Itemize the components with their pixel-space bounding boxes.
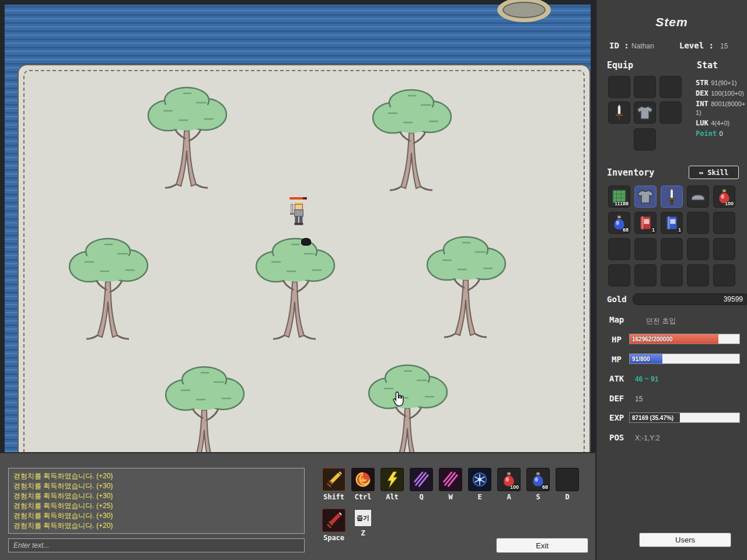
inventory-slot[interactable]: 11188 xyxy=(608,186,630,208)
inventory-slot[interactable] xyxy=(634,238,657,260)
hp-bar: 162962/200000 xyxy=(629,334,740,344)
inventory-slot[interactable] xyxy=(634,264,657,286)
stat-value: 91(90+1) xyxy=(711,79,736,86)
inventory-slot[interactable] xyxy=(608,264,630,286)
inventory-slot[interactable]: 1 xyxy=(634,212,657,234)
hotkey-label: Shift xyxy=(323,493,344,501)
mp-label: MP xyxy=(612,355,622,364)
island-center xyxy=(502,2,546,18)
hotbar-slot-d[interactable] xyxy=(556,468,579,491)
point-value: 0 xyxy=(720,130,723,137)
equip-slot[interactable] xyxy=(608,76,630,98)
equip-slot[interactable] xyxy=(659,76,682,98)
inventory-slot[interactable] xyxy=(713,264,735,286)
hotkey-label: W xyxy=(448,493,452,501)
hotbar-slot-e[interactable] xyxy=(468,468,491,491)
mp-bar: 91/800 xyxy=(629,354,740,364)
pickup-icon[interactable]: 줍기 xyxy=(354,509,372,527)
stat-name: STR xyxy=(696,79,708,87)
atk-value: 46 ~ 91 xyxy=(635,375,658,383)
skill-toggle-button[interactable]: ↔ Skill xyxy=(689,166,739,179)
exit-button[interactable]: Exit xyxy=(496,538,588,553)
hp-label: HP xyxy=(612,335,622,344)
inventory-slot[interactable] xyxy=(661,238,683,260)
hotkey-label: Space xyxy=(323,534,344,542)
inventory-slot[interactable] xyxy=(713,238,735,260)
exp-value: 87169 (35.47%) xyxy=(632,415,673,421)
flame-sword-skill-icon xyxy=(325,471,343,488)
tree xyxy=(425,235,507,340)
inventory-slot[interactable] xyxy=(608,238,630,260)
player-level: 15 xyxy=(720,42,728,50)
inventory-slot[interactable] xyxy=(687,212,709,234)
atk-label: ATK xyxy=(609,374,624,383)
hotbar-slot-s[interactable]: 68 xyxy=(526,468,550,491)
hotbar-slot-alt[interactable] xyxy=(381,468,404,491)
hotbar-slot-space[interactable] xyxy=(322,509,345,532)
inventory-slot[interactable]: 68 xyxy=(608,212,630,234)
chat-message: 경험치를 획득하였습니다. (+25) xyxy=(13,501,299,511)
inventory-slot[interactable] xyxy=(687,264,709,286)
inventory-slot[interactable] xyxy=(713,212,735,234)
inventory-slot[interactable]: 1 xyxy=(661,212,683,234)
fire-swirl-skill-icon xyxy=(354,471,372,488)
gold-label: Gold xyxy=(607,295,627,304)
inventory-slot[interactable] xyxy=(634,186,657,208)
inventory-slot[interactable] xyxy=(687,186,709,208)
hotkey-label: Z xyxy=(361,529,365,537)
exp-bar: 87169 (35.47%) xyxy=(629,412,740,423)
dropped-item[interactable] xyxy=(301,238,311,246)
player-sprite xyxy=(290,202,306,228)
chat-message: 경험치를 획득하였습니다. (+20) xyxy=(13,521,299,531)
hotkey-label: E xyxy=(477,493,481,501)
hotbar-slot-shift[interactable] xyxy=(322,468,345,491)
red-book-item-icon xyxy=(638,215,653,230)
hotbar-slot-w[interactable] xyxy=(439,468,462,491)
inventory-slot[interactable] xyxy=(661,264,683,286)
hotbar-slot-q[interactable] xyxy=(410,468,433,491)
hotbar-slot-ctrl[interactable] xyxy=(351,468,375,491)
chat-input[interactable] xyxy=(8,538,305,552)
player-character xyxy=(288,197,308,239)
hotbar-row-2: Space 줍기 Z xyxy=(322,509,375,542)
equip-slot[interactable] xyxy=(634,128,656,150)
chat-message: 경험치를 획득하였습니다. (+30) xyxy=(13,481,299,491)
sword-item-icon xyxy=(667,188,676,205)
stat-value: 100(100+0) xyxy=(711,90,744,97)
point-label: Point xyxy=(696,130,717,138)
equip-slot[interactable] xyxy=(659,102,682,124)
cursor-pointer-icon xyxy=(392,391,405,407)
hotkey-label: D xyxy=(565,493,569,501)
blue-book-item-icon xyxy=(664,215,679,230)
stat-value: 4(4+0) xyxy=(711,120,729,127)
inventory-slot[interactable]: 100 xyxy=(713,186,735,208)
id-label: ID : xyxy=(609,41,629,50)
hotkey-label: Q xyxy=(419,493,423,501)
exp-label: EXP xyxy=(609,413,624,422)
inventory-slot[interactable] xyxy=(687,238,709,260)
map-name: 던전 초입 xyxy=(646,316,676,326)
sword-icon xyxy=(615,104,624,121)
tree xyxy=(254,236,336,341)
equip-section-label: Equip xyxy=(607,60,633,71)
item-count: 100 xyxy=(510,485,519,490)
ice-orb-skill-icon xyxy=(471,471,488,488)
tree xyxy=(371,88,452,192)
inventory-slot[interactable] xyxy=(661,186,683,208)
equip-slot-shirt[interactable] xyxy=(634,102,656,124)
equip-slot[interactable] xyxy=(634,76,656,98)
hotbar-slot-a[interactable]: 100 xyxy=(497,468,521,491)
status-sidebar: Stem ID : Nathan Level : 15 Equip Stat S… xyxy=(595,0,747,560)
hotkey-label: S xyxy=(536,493,540,501)
player-hp-bar xyxy=(289,197,307,200)
bottom-panel: 경험치를 획득하였습니다. (+20) 경험치를 획득하였습니다. (+30) … xyxy=(0,452,595,560)
lightning-skill-icon xyxy=(383,471,401,488)
item-count: 68 xyxy=(623,228,629,233)
hotkey-label: Ctrl xyxy=(355,493,372,501)
users-button[interactable]: Users xyxy=(639,533,731,547)
chat-message: 경험치를 획득하였습니다. (+20) xyxy=(13,471,299,481)
hp-value: 162962/200000 xyxy=(632,336,673,342)
item-count: 100 xyxy=(725,201,734,206)
equip-slot-weapon[interactable] xyxy=(608,102,630,124)
mp-value: 91/800 xyxy=(632,356,650,362)
